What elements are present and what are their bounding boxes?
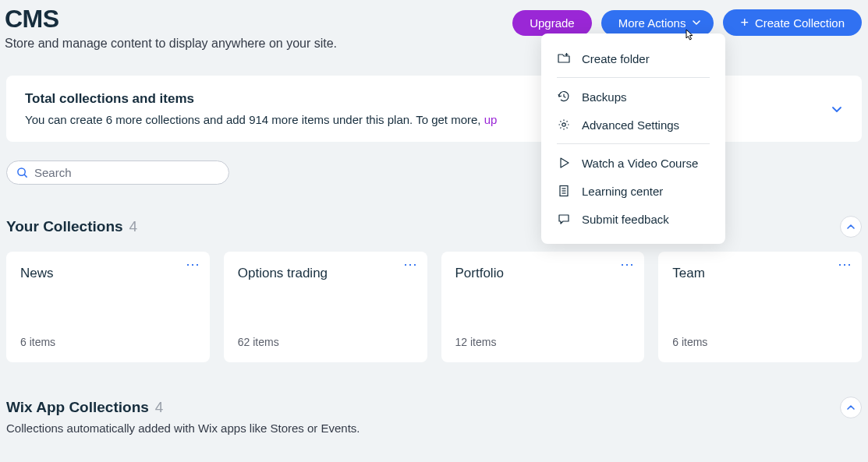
play-icon — [557, 156, 571, 170]
card-more-button[interactable]: ⋯ — [403, 261, 418, 268]
card-item-count: 6 items — [672, 336, 848, 348]
upgrade-link[interactable]: up — [484, 113, 498, 126]
your-collections-header: Your Collections 4 — [6, 216, 862, 238]
card-item-count: 62 items — [238, 336, 413, 348]
collection-card[interactable]: ⋯ Portfolio 12 items — [441, 252, 645, 362]
chat-icon — [557, 212, 571, 226]
title-block: CMS Store and manage content to display … — [5, 5, 337, 51]
wix-collections-title: Wix App Collections — [6, 399, 149, 416]
chevron-up-icon — [846, 222, 856, 231]
create-collection-label: Create Collection — [755, 16, 845, 30]
document-icon — [557, 184, 571, 198]
dropdown-label: Backups — [582, 90, 627, 104]
dropdown-item-create-folder[interactable]: Create folder — [541, 44, 725, 72]
search-area — [6, 160, 862, 185]
page-header: CMS Store and manage content to display … — [0, 0, 868, 51]
dropdown-item-submit-feedback[interactable]: Submit feedback — [541, 205, 725, 233]
card-more-button[interactable]: ⋯ — [620, 261, 635, 268]
dropdown-separator — [557, 77, 710, 78]
banner-text-prefix: You can create 6 more collections and ad… — [25, 113, 484, 126]
upgrade-button[interactable]: Upgrade — [512, 10, 592, 36]
banner-text: You can create 6 more collections and ad… — [25, 113, 497, 126]
upgrade-label: Upgrade — [530, 16, 575, 30]
section-title-wrap: Your Collections 4 — [6, 218, 137, 235]
banner-expand-toggle[interactable] — [831, 103, 843, 115]
collection-card[interactable]: ⋯ News 6 items — [6, 252, 210, 362]
more-actions-label: More Actions — [618, 16, 686, 30]
more-actions-dropdown: Create folder Backups Advanced Settings … — [541, 34, 725, 244]
wix-collections-header: Wix App Collections 4 — [6, 397, 862, 418]
collapse-wix-collections[interactable] — [840, 397, 862, 418]
chevron-down-icon — [692, 18, 701, 27]
card-title: News — [20, 266, 196, 281]
dropdown-label: Advanced Settings — [582, 118, 679, 132]
svg-point-4 — [562, 123, 565, 126]
chevron-up-icon — [846, 403, 856, 412]
search-icon — [16, 167, 28, 178]
page-title: CMS — [5, 5, 337, 34]
card-item-count: 12 items — [455, 336, 631, 348]
create-collection-button[interactable]: + Create Collection — [723, 9, 862, 36]
header-actions: Upgrade More Actions + Create Collection — [512, 9, 862, 36]
history-icon — [557, 90, 571, 104]
collapse-your-collections[interactable] — [840, 216, 862, 238]
wix-collections-count: 4 — [155, 399, 164, 416]
collections-grid: ⋯ News 6 items ⋯ Options trading 62 item… — [6, 252, 862, 362]
banner-content: Total collections and items You can crea… — [25, 91, 497, 126]
dropdown-item-learning-center[interactable]: Learning center — [541, 177, 725, 205]
card-title: Options trading — [238, 266, 413, 281]
gear-icon — [557, 118, 571, 132]
card-more-button[interactable]: ⋯ — [186, 261, 200, 268]
folder-plus-icon — [557, 51, 571, 65]
your-collections-count: 4 — [129, 218, 138, 235]
dropdown-label: Watch a Video Course — [582, 157, 698, 170]
svg-line-1 — [24, 175, 27, 177]
your-collections-title: Your Collections — [6, 218, 123, 235]
dropdown-separator — [557, 143, 710, 144]
dropdown-item-backups[interactable]: Backups — [541, 83, 725, 111]
card-more-button[interactable]: ⋯ — [838, 261, 852, 268]
search-input[interactable] — [34, 166, 219, 179]
dropdown-item-watch-video[interactable]: Watch a Video Course — [541, 149, 725, 177]
search-box[interactable] — [6, 160, 229, 185]
dropdown-label: Submit feedback — [582, 213, 669, 226]
card-title: Team — [672, 266, 848, 281]
card-item-count: 6 items — [20, 336, 196, 348]
dropdown-label: Learning center — [582, 185, 663, 198]
more-actions-button[interactable]: More Actions — [601, 10, 714, 36]
section-title-wrap: Wix App Collections 4 — [6, 399, 163, 416]
card-title: Portfolio — [455, 266, 631, 281]
dropdown-label: Create folder — [582, 52, 650, 65]
svg-marker-5 — [561, 158, 569, 168]
dropdown-item-advanced-settings[interactable]: Advanced Settings — [541, 111, 725, 139]
collection-card[interactable]: ⋯ Options trading 62 items — [224, 252, 427, 362]
banner-title: Total collections and items — [25, 91, 497, 107]
collection-card[interactable]: ⋯ Team 6 items — [658, 252, 862, 362]
plus-icon: + — [740, 16, 749, 30]
usage-banner: Total collections and items You can crea… — [6, 76, 862, 142]
page-subtitle: Store and manage content to display anyw… — [5, 37, 337, 51]
wix-collections-subtitle: Collections automatically added with Wix… — [6, 421, 862, 435]
